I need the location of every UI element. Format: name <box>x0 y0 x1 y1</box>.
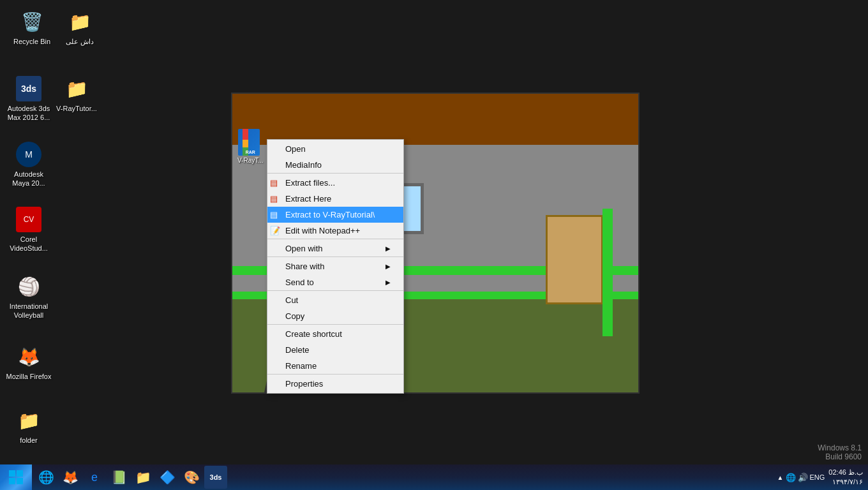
context-menu-create-shortcut[interactable]: Create shortcut <box>267 326 403 342</box>
desktop-icon-folder[interactable]: 📁 folder <box>3 405 54 447</box>
house-roof <box>232 94 638 145</box>
network-icon: 🌐 <box>786 473 796 482</box>
taskbar-app-firefox[interactable]: 🦊 <box>59 466 82 489</box>
context-menu-open[interactable]: Open <box>267 141 403 157</box>
desktop-icon-3dsmax[interactable]: 3ds Autodesk 3ds Max 2012 6... <box>3 73 54 125</box>
share-with-arrow: ▶ <box>385 263 391 270</box>
dash-ali-icon: 📁 <box>67 9 93 34</box>
taskbar-right: ▲ 🌐 🔊 ENG 02:46 ب.ظ ۱۳۹۴/۷/۱۶ <box>777 468 868 487</box>
context-menu-extract-here[interactable]: ▤ Extract Here <box>267 191 403 207</box>
taskbar-app-3ds[interactable]: 3ds <box>204 466 227 489</box>
taskbar-app-chrome[interactable]: 🌐 <box>34 466 57 489</box>
context-menu-mediainfo[interactable]: MediaInfo <box>267 157 403 174</box>
desktop-icon-volleyball[interactable]: 🏐 International Volleyball <box>3 271 54 323</box>
context-menu-extract-to[interactable]: ▤ Extract to V-RayTutorial\ <box>267 207 403 223</box>
vray-icon: 📁 <box>64 76 89 101</box>
volleyball-label: International Volleyball <box>6 302 52 320</box>
context-menu-copy[interactable]: Copy <box>267 308 403 325</box>
3dsmax-icon: 3ds <box>16 76 41 101</box>
extract-here-icon: ▤ <box>270 194 278 204</box>
door <box>546 215 603 304</box>
recycle-bin-label: Recycle Bin <box>13 37 50 46</box>
start-button[interactable] <box>0 464 32 490</box>
taskbar: 🌐 🦊 e 📗 📁 🔷 🎨 3ds ▲ 🌐 🔊 ENG 02:46 ب.ظ ۱۳… <box>0 464 868 490</box>
corel-label: Corel VideoStud... <box>6 235 52 253</box>
taskbar-apps: 🌐 🦊 e 📗 📁 🔷 🎨 3ds <box>32 466 777 489</box>
tray-arrow[interactable]: ▲ <box>777 474 784 481</box>
3dsmax-label: Autodesk 3ds Max 2012 6... <box>6 104 52 122</box>
svg-rect-2 <box>9 478 15 484</box>
taskbar-app-office[interactable]: 📗 <box>107 466 130 489</box>
recycle-bin-icon: 🗑️ <box>19 9 45 34</box>
taskbar-app-folder[interactable]: 📁 <box>131 466 154 489</box>
windows-version-info: Windows 8.1 Build 9600 <box>818 443 862 461</box>
maya-icon: M <box>16 142 41 167</box>
context-menu-edit-notepad[interactable]: 📝 Edit with Notepad++ <box>267 223 403 239</box>
context-menu-properties[interactable]: Properties <box>267 376 403 392</box>
svg-rect-3 <box>17 478 23 484</box>
rar-icon-graphic: RAR <box>238 129 262 157</box>
context-menu-share-with[interactable]: Share with ▶ <box>267 258 403 274</box>
rar-file-icon[interactable]: RAR V-RayT... <box>237 129 264 164</box>
context-menu-open-with[interactable]: Open with ▶ <box>267 241 403 257</box>
send-to-arrow: ▶ <box>385 279 391 286</box>
system-tray: ▲ 🌐 🔊 ENG <box>777 473 825 482</box>
context-menu: Open MediaInfo ▤ Extract files... ▤ Extr… <box>267 139 404 394</box>
desktop-icon-corel[interactable]: CV Corel VideoStud... <box>3 204 54 256</box>
taskbar-app-photoshop[interactable]: 🎨 <box>180 466 203 489</box>
desktop-icon-recycle-bin[interactable]: 🗑️ Recycle Bin <box>6 6 57 48</box>
context-menu-cut[interactable]: Cut <box>267 292 403 308</box>
rar-file-label: V-RayT... <box>237 157 264 164</box>
desktop-icon-dash-ali[interactable]: 📁 داش علی <box>54 6 105 48</box>
desktop-icon-vray[interactable]: 📁 V-RayTutor... <box>51 73 102 115</box>
language-indicator[interactable]: ENG <box>810 473 825 481</box>
context-menu-rename[interactable]: Rename <box>267 358 403 375</box>
context-menu-extract-files[interactable]: ▤ Extract files... <box>267 175 403 191</box>
svg-rect-0 <box>9 470 15 477</box>
open-with-arrow: ▶ <box>385 245 391 252</box>
folder-label: folder <box>20 436 38 445</box>
pipe-right <box>602 209 613 336</box>
context-menu-send-to[interactable]: Send to ▶ <box>267 274 403 291</box>
system-time: 02:46 ب.ظ ۱۳۹۴/۷/۱۶ <box>828 468 863 487</box>
extract-to-icon: ▤ <box>270 210 278 219</box>
corel-icon: CV <box>16 207 41 232</box>
dash-ali-label: داش علی <box>66 37 94 46</box>
desktop-icon-maya[interactable]: M Autodesk Maya 20... <box>3 139 54 191</box>
vray-label: V-RayTutor... <box>56 104 97 113</box>
firefox-icon: 🦊 <box>16 344 41 369</box>
taskbar-app-autodesk[interactable]: 🔷 <box>156 466 179 489</box>
firefox-label: Mozilla Firefox <box>6 372 52 381</box>
notepad-icon: 📝 <box>270 226 280 235</box>
taskbar-app-ie[interactable]: e <box>83 466 106 489</box>
context-menu-delete[interactable]: Delete <box>267 342 403 358</box>
windows-logo-icon <box>9 470 23 484</box>
desktop: 🗑️ Recycle Bin 📁 داش علی 3ds Autodesk 3d… <box>0 0 868 490</box>
svg-rect-1 <box>17 470 23 477</box>
folder-icon: 📁 <box>16 408 41 433</box>
desktop-icon-firefox[interactable]: 🦊 Mozilla Firefox <box>3 341 54 383</box>
extract-files-icon: ▤ <box>270 178 278 188</box>
volleyball-icon: 🏐 <box>16 274 41 299</box>
volume-icon: 🔊 <box>798 473 808 482</box>
maya-label: Autodesk Maya 20... <box>6 170 52 188</box>
